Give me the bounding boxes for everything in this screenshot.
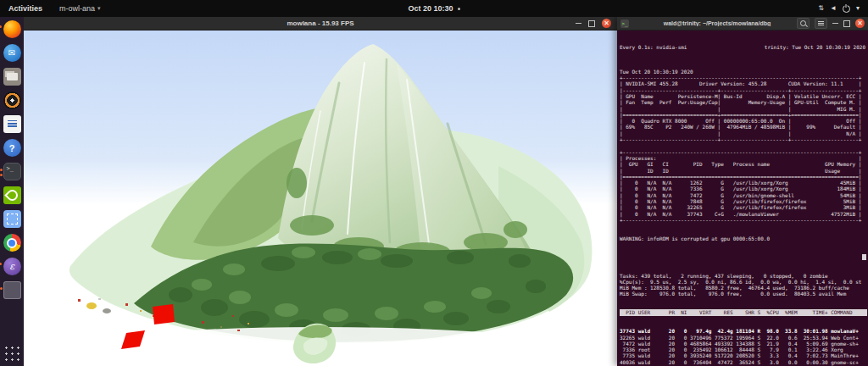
terminal-window: >_ wald@trinity: ~/Projects/mowlana/dbg … (617, 17, 868, 366)
inforom-warning: WARNING: infoROM is corrupted at gpu 000… (620, 236, 868, 241)
gnome-top-bar: Activities m-owl-ana ▾ Oct 20 10:30 ⇅ ◄ … (0, 0, 868, 17)
dock-item-files[interactable] (3, 68, 21, 86)
dock-item-mowlana-viewer[interactable] (3, 281, 21, 299)
chevron-down-icon: ▾ (97, 5, 101, 12)
chevron-down-icon: ▾ (856, 5, 860, 12)
dock-item-libreoffice-writer[interactable] (3, 115, 21, 133)
dock-item-help[interactable]: ? (3, 139, 21, 157)
menu-button[interactable] (815, 18, 827, 29)
dock-item-emacs[interactable]: ε (3, 258, 21, 275)
maximize-button[interactable] (588, 20, 595, 27)
search-button[interactable] (797, 18, 810, 29)
terminal-cursor (862, 254, 866, 259)
watch-interval-label: Every 0.1s: nvidia-smi (620, 44, 687, 50)
dock-item-firefox[interactable] (3, 20, 21, 38)
red-marker-1 (153, 304, 175, 324)
running-indicator-dot (0, 169, 3, 171)
top-process-row: 7472 wald 20 0 4685864 493392 134388 S 2… (620, 341, 868, 347)
close-button[interactable]: ✕ (855, 19, 865, 28)
search-icon (800, 20, 806, 26)
maximize-button[interactable] (843, 20, 850, 27)
running-indicator-dot (0, 174, 3, 176)
viewer-window-title: mowlana - 15.93 FPS (24, 19, 617, 27)
system-tray-button[interactable]: ⇅ ◄ ▾ (818, 5, 868, 13)
power-icon (843, 5, 850, 13)
watch-host-label: trinity: Tue Oct 20 10:30:19 2020 (765, 44, 865, 50)
terminal-titlebar[interactable]: >_ wald@trinity: ~/Projects/mowlana/dbg … (617, 17, 868, 30)
top-process-row: 7336 root 20 0 235492 106612 84448 S 7.9… (620, 347, 868, 352)
top-summary: Tasks: 439 total, 2 running, 437 sleepin… (620, 273, 868, 297)
minimize-button[interactable] (576, 23, 581, 24)
top-process-row: 7735 wald 20 0 3935240 517220 208520 S 3… (620, 352, 868, 358)
dock-item-screenshot-tool[interactable] (3, 210, 21, 228)
nvidia-smi-output: Tue Oct 20 10:30:19 2020 +--------------… (620, 62, 868, 223)
viewer-titlebar[interactable]: mowlana - 15.93 FPS ✕ (24, 17, 617, 30)
top-table-header: PID USER PR NI VIRT RES SHR S %CPU %MEM … (620, 309, 867, 315)
viewer-3d-viewport[interactable] (24, 30, 617, 365)
dock-item-show-applications[interactable] (3, 345, 21, 363)
terrain-3d-render (24, 30, 617, 366)
minimize-button[interactable] (832, 23, 838, 24)
terminal-app-icon: >_ (620, 19, 629, 28)
app-menu-label: m-owl-ana (59, 4, 95, 13)
terminal-window-title: wald@trinity: ~/Projects/mowlana/dbg (643, 20, 792, 26)
clock-button[interactable]: Oct 20 10:30 (408, 4, 453, 13)
mowlana-viewer-window: mowlana - 15.93 FPS ✕ (24, 17, 617, 366)
dock-item-terminal[interactable]: >_ (3, 163, 21, 180)
hamburger-icon (818, 23, 824, 24)
activities-button[interactable]: Activities (0, 4, 51, 13)
top-process-row: 32265 wald 20 0 3710496 775372 195964 S … (620, 335, 868, 341)
cursor-line (620, 254, 868, 260)
terminal-output[interactable]: Every 0.1s: nvidia-smi trinity: Tue Oct … (617, 30, 868, 366)
top-process-list: 37743 wald 20 0 97.4g 42.4g 181104 R 98.… (620, 328, 868, 366)
notification-dot-icon (458, 8, 460, 10)
top-process-row: 37743 wald 20 0 97.4g 42.4g 181104 R 98.… (620, 328, 868, 334)
top-process-row: 40036 wald 20 0 736404 47472 36524 S 3.0… (620, 359, 868, 365)
running-indicator-dot (0, 287, 3, 290)
close-button[interactable]: ✕ (602, 19, 611, 28)
dock-item-chrome[interactable] (3, 234, 21, 252)
app-menu-button[interactable]: m-owl-ana ▾ (51, 4, 109, 13)
dock-item-music-player[interactable] (3, 92, 21, 109)
volume-icon: ◄ (830, 5, 837, 12)
network-icon: ⇅ (818, 5, 824, 12)
dock-item-thunderbird[interactable]: ✉ (3, 44, 21, 62)
watch-header-line: Every 0.1s: nvidia-smi trinity: Tue Oct … (620, 44, 868, 50)
running-indicator-dot (0, 263, 2, 265)
running-indicator-dot (0, 25, 2, 28)
dock-item-nvidia-settings[interactable] (3, 186, 21, 204)
favorites-dock: ✉?>_ε (0, 17, 24, 366)
